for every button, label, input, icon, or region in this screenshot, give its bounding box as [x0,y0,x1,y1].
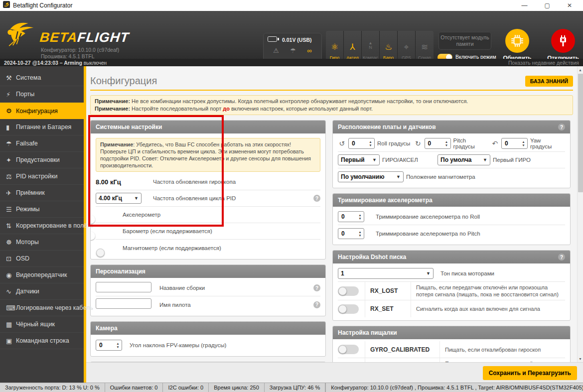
blackbox-icon: ▦ [6,321,16,328]
dshot-beacon-panel: Настройка Dshot писка? 1▼ Тон писка мото… [332,250,571,321]
sidebar-item-power-battery[interactable]: ▮Питание и Батарея [0,119,84,135]
sidebar-item-receiver[interactable]: ✈Приёмник [0,185,84,201]
sidebar-item-video-transmitter[interactable]: ◉Видеопередатчик [0,267,84,283]
condition-name: RX_LOST [365,358,439,362]
app-header: BETAFLIGHT Конфигуратор: 10.10.0 (c97dea… [0,11,583,59]
help-icon[interactable]: ? [313,284,320,291]
panel-header: Персонализация [91,265,325,278]
terminal-icon: ▣ [6,337,16,345]
gyro-icon: ⚛ [331,41,338,54]
sidebar-item-osd[interactable]: ⊡OSD [0,251,84,267]
sidebar-item-system[interactable]: ⚒Система [0,70,84,86]
sidebar-item-failsafe[interactable]: ☂Failsafe [0,135,84,152]
scroll-up-arrow[interactable]: ▲ [578,66,583,73]
pitch-rotation-icon: ↻ [414,139,422,147]
parachute-icon: ☂ [6,140,16,147]
sensor-baro: ♨ Баро [380,31,398,63]
sidebar-item-presets[interactable]: ✦Предустановки [0,152,84,168]
help-icon[interactable]: ? [558,254,565,261]
plug-icon: ⚡ [6,91,16,98]
spinner-arrows[interactable]: ▲▼ [520,138,527,148]
sidebar-item-pid-tuning[interactable]: ⚖PID настройки [0,168,84,185]
accel-trim-pitch-input[interactable]: 0▲▼ [338,228,364,239]
minimize-button[interactable]: — [522,0,528,11]
help-icon[interactable]: ? [313,301,320,308]
help-icon[interactable]: ? [558,124,565,131]
sidebar-item-modes[interactable]: ☰Режимы [0,201,84,218]
sidebar-item-ports[interactable]: ⚡Порты [0,86,84,103]
content-scrollbar[interactable]: ▲ ▼ [577,66,583,362]
close-button[interactable]: ✕ [567,0,572,11]
pilot-name-input[interactable] [96,298,151,309]
gyro-frequency-value: 8.00 кГц [96,178,153,186]
sidebar-item-blackbox[interactable]: ▦Чёрный ящик [0,316,84,333]
knowledge-base-button[interactable]: БАЗА ЗНАНИЙ [525,76,573,87]
mag-alignment-select[interactable]: По умолчанию▼ [338,171,404,182]
first-gyro-select[interactable]: По умолча▼ [437,154,490,165]
warning-icon: ⚠ [273,47,279,54]
help-icon[interactable]: ? [313,195,320,202]
roll-rotation-icon: ↺ [338,139,346,147]
roll-degrees-input[interactable]: 0▲▼ [348,138,375,149]
magic-wand-icon: ✦ [6,156,16,164]
failsafe-parachute-icon: ☂ [290,47,296,54]
wrench-icon: ⚒ [6,74,16,82]
wave-icon: ∿ [6,288,16,295]
spinner-arrows[interactable]: ▲▼ [443,138,450,148]
spinner-arrows[interactable]: ▲▼ [356,229,364,239]
sidebar-item-onboard-logging[interactable]: ⌨Логирование через кабель [0,300,84,316]
system-settings-panel: Системные настройки Примечание: Убедитес… [90,120,326,260]
pid-frequency-select[interactable]: 4.00 кГц▼ [96,193,142,204]
title-divider [90,90,573,91]
camera-angle-input[interactable]: 0▲▼ [96,340,122,351]
craft-name-row: Название сборки ? [96,280,320,296]
panel-header: Настройка Dshot писка? [333,251,570,263]
chevron-down-icon: ▼ [423,271,431,276]
scroll-down-arrow[interactable]: ▼ [578,355,583,362]
spinner-arrows[interactable]: ▲▼ [114,340,122,350]
condition-description: Пищать, если передатчик отключён или про… [439,358,565,362]
beacon-tone-select[interactable]: 1▼ [338,268,434,279]
accel-trim-roll-input[interactable]: 0▲▼ [338,211,364,222]
page-title: Конфигурация [90,75,157,87]
sidebar-item-motors[interactable]: ☸Моторы [0,234,84,251]
sensor-sonar: ≋ Сонар [416,31,434,63]
dshot-rx-lost-toggle[interactable] [338,286,359,296]
dshot-condition-row: RX_LOST Пищать, если передатчик отключён… [338,282,565,300]
accelerometer-row: Акселерометр [96,207,320,223]
gyro-calibrated-toggle[interactable] [338,345,359,354]
sidebar-item-cli[interactable]: ▣Командная строка [0,333,84,349]
arming-status-text: 2024-10-27 @14:23:03 – Arming выключен [4,60,107,66]
craft-name-input[interactable] [96,282,151,292]
battery-icon: ▮ [6,124,16,131]
chevron-down-icon: ▼ [480,157,487,162]
maximize-button[interactable]: ▢ [545,0,550,11]
sidebar-item-adjustments[interactable]: ⇅Корректирование в полёте [0,218,84,234]
usb-disconnect-icon [551,29,575,53]
scrollbar-thumb[interactable] [578,74,583,192]
beeper-condition-row: RX_LOST Пищать, если передатчик отключён… [338,358,565,362]
yaw-degrees-input[interactable]: 0▲▼ [501,138,528,149]
window-titlebar: Betaflight Configurator — ▢ ✕ [0,0,583,11]
chevron-down-icon: ▼ [393,174,401,179]
gyro-frequency-row: 8.00 кГц Частота обновления гироскопа [96,174,320,190]
pitch-degrees-input[interactable]: 0▲▼ [425,138,451,149]
sensor-accel: ⅄ Аксел [344,31,362,63]
condition-description: Сигналить когда aux канал включен для си… [411,300,565,317]
show-log-link[interactable]: Показать недавние действия [508,60,579,66]
condition-description: Пищать, если передатчик отключён или про… [411,282,565,300]
accel-trim-roll-row: 0▲▼ Триммирование акселерометра по Roll [338,209,565,225]
dshot-condition-row: RX_SET Сигналить когда aux канал включен… [338,300,565,317]
sensor-gps: ⌖ GPS [398,31,416,63]
save-reboot-button[interactable]: Сохранить и Перезагрузить [483,366,577,380]
dshot-rx-set-toggle[interactable] [338,304,359,314]
sidebar-item-sensors[interactable]: ∿Датчики [0,283,84,300]
gyro-accel-select[interactable]: Первый▼ [338,154,380,165]
spinner-arrows[interactable]: ▲▼ [367,138,374,148]
sidebar-item-configuration[interactable]: ⚙Конфигурация [0,103,86,119]
configurator-version: Конфигуратор: 10.10.0 (c97deaf) [41,47,142,53]
receiver-icon: ✈ [6,189,16,197]
disconnect-button[interactable]: Отключить [545,29,581,61]
pilot-name-row: Имя пилота ? [96,296,320,313]
spinner-arrows[interactable]: ▲▼ [356,212,364,222]
